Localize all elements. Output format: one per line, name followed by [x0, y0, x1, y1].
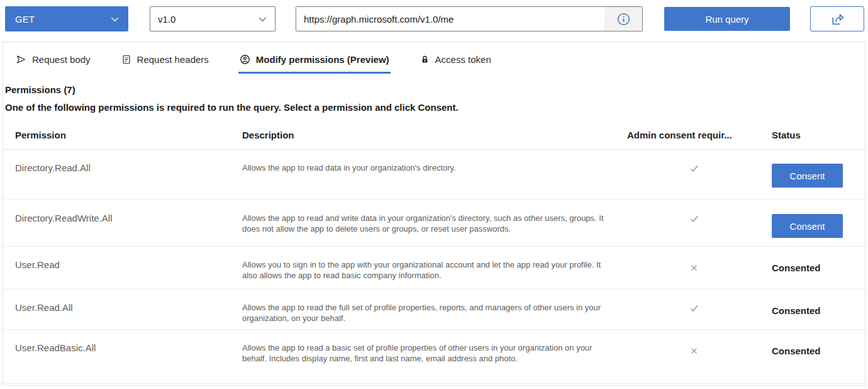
permission-description: Allows you to sign in to the app with yo… [242, 259, 620, 289]
column-header-description: Description [242, 130, 620, 140]
permission-name: Directory.Read.All [3, 162, 242, 200]
status-cell: Consent [769, 162, 865, 200]
tab-label: Request headers [137, 54, 209, 65]
http-method-value: GET [15, 14, 35, 25]
http-method-dropdown[interactable]: GET [5, 6, 128, 31]
request-url-input[interactable] [296, 7, 604, 31]
permissions-table: Permission Description Admin consent req… [3, 121, 865, 384]
person-permissions-icon [240, 54, 250, 65]
table-row: Directory.ReadWrite.AllAllows the app to… [3, 200, 865, 247]
permissions-table-header: Permission Description Admin consent req… [3, 121, 865, 150]
tab-access-token[interactable]: Access token [419, 53, 492, 74]
permission-name: User.ReadBasic.All [3, 342, 242, 383]
permission-name: User.Read [3, 259, 242, 289]
chevron-down-icon [110, 14, 120, 24]
admin-consent-cell [620, 213, 769, 246]
check-icon [689, 303, 699, 316]
table-row: User.Read.AllAllows the app to read the … [3, 290, 865, 330]
cross-icon [691, 344, 698, 357]
status-consented-label: Consented [772, 302, 821, 316]
api-version-dropdown[interactable]: v1.0 [150, 6, 275, 31]
admin-consent-cell [620, 342, 769, 383]
column-header-admin-consent: Admin consent requir... [620, 130, 769, 140]
share-icon [830, 11, 845, 26]
permission-description: Allows the app to read the full set of p… [242, 302, 620, 329]
permission-description: Allows the app to read and write data in… [242, 213, 620, 246]
cross-icon [691, 261, 698, 274]
permission-description: Allows the app to read a basic set of pr… [242, 342, 620, 383]
lock-icon [420, 54, 430, 65]
consent-button[interactable]: Consent [772, 214, 843, 238]
request-url-box [296, 6, 643, 31]
permissions-heading: Permissions (7) [5, 84, 865, 95]
permission-name: Directory.ReadWrite.All [3, 213, 242, 246]
status-cell: Consented [769, 342, 865, 383]
share-button[interactable] [810, 6, 864, 31]
tab-label: Request body [32, 54, 91, 65]
column-header-permission: Permission [3, 130, 242, 140]
table-row: User.ReadAllows you to sign in to the ap… [3, 247, 865, 290]
request-detail-panel: Request bodyRequest headersModify permis… [3, 42, 865, 386]
status-cell: Consented [769, 259, 865, 289]
consent-button[interactable]: Consent [772, 164, 843, 188]
admin-consent-cell [620, 162, 769, 200]
tab-request-body[interactable]: Request body [14, 53, 92, 74]
permissions-table-body: Directory.Read.AllAllows the app to read… [3, 150, 865, 384]
status-cell: Consented [769, 302, 865, 329]
request-tabs: Request bodyRequest headersModify permis… [3, 42, 865, 74]
url-info-button[interactable] [604, 7, 642, 31]
admin-consent-cell [620, 259, 769, 289]
document-icon [121, 54, 131, 65]
permission-description: Allows the app to read data in your orga… [242, 162, 620, 200]
tab-label: Access token [435, 54, 491, 65]
check-icon [689, 214, 699, 227]
tab-label: Modify permissions (Preview) [256, 54, 389, 65]
status-cell: Consent [769, 213, 865, 246]
column-header-status: Status [769, 130, 865, 140]
admin-consent-cell [620, 302, 769, 329]
table-row: User.ReadBasic.AllAllows the app to read… [3, 330, 865, 384]
check-icon [689, 164, 699, 176]
permission-name: User.Read.All [3, 302, 242, 329]
tab-modify-permissions-preview[interactable]: Modify permissions (Preview) [238, 53, 391, 74]
status-consented-label: Consented [772, 259, 821, 273]
info-icon [617, 13, 630, 26]
table-row: Directory.Read.AllAllows the app to read… [3, 150, 865, 200]
api-version-value: v1.0 [158, 14, 175, 25]
status-consented-label: Consented [772, 342, 821, 356]
chevron-down-icon [258, 14, 267, 24]
request-toolbar: GET v1.0 Run query [0, 0, 868, 39]
send-icon [16, 54, 26, 65]
run-query-button[interactable]: Run query [664, 7, 790, 31]
permissions-instruction: One of the following permissions is requ… [5, 102, 865, 113]
tab-request-headers[interactable]: Request headers [120, 53, 210, 74]
